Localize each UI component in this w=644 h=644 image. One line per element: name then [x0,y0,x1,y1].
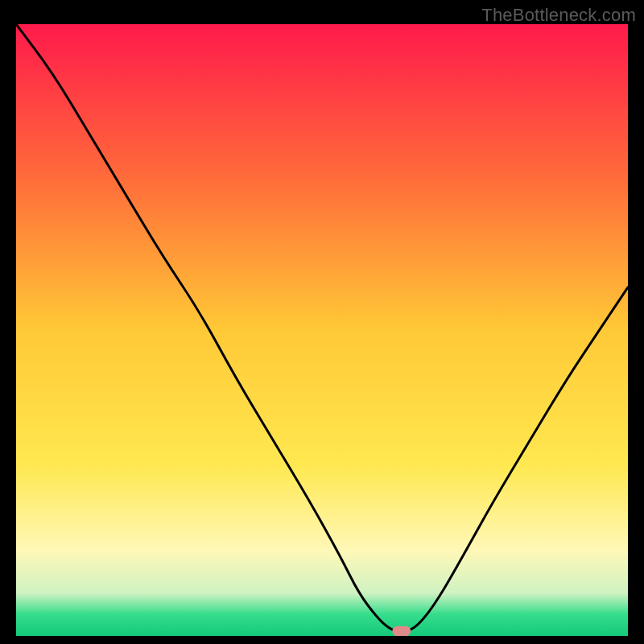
plot-area [16,24,628,636]
optimal-marker [392,626,411,636]
bottleneck-chart [16,24,628,636]
gradient-background [16,24,628,636]
watermark-text: TheBottleneck.com [481,5,636,26]
chart-frame: TheBottleneck.com [0,0,644,644]
